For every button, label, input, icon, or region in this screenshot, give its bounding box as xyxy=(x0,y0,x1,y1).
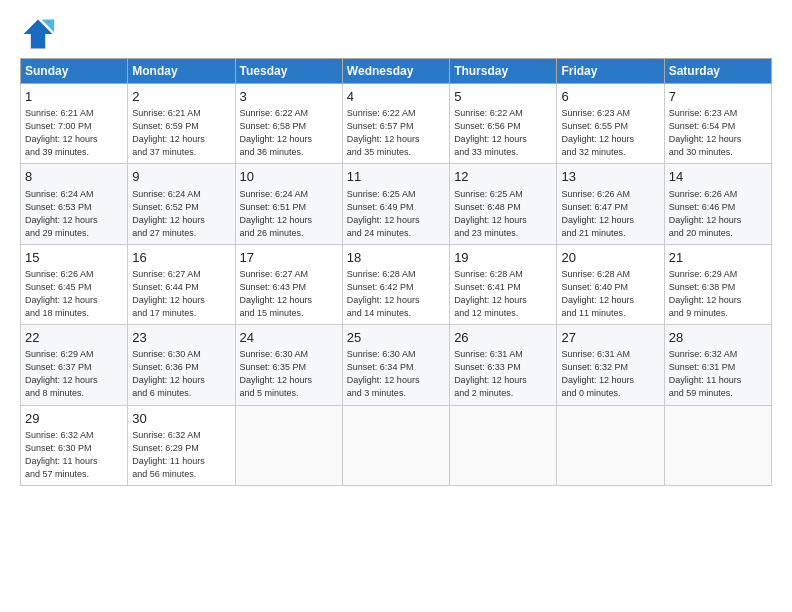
day-info: Sunrise: 6:24 AM Sunset: 6:52 PM Dayligh… xyxy=(132,188,230,240)
day-info: Sunrise: 6:29 AM Sunset: 6:37 PM Dayligh… xyxy=(25,348,123,400)
day-number: 15 xyxy=(25,249,123,267)
day-info: Sunrise: 6:32 AM Sunset: 6:29 PM Dayligh… xyxy=(132,429,230,481)
day-number: 23 xyxy=(132,329,230,347)
day-cell xyxy=(235,405,342,485)
logo-icon xyxy=(20,16,56,52)
col-header-thursday: Thursday xyxy=(450,59,557,84)
day-cell: 9Sunrise: 6:24 AM Sunset: 6:52 PM Daylig… xyxy=(128,164,235,244)
logo xyxy=(20,16,60,52)
calendar-table: SundayMondayTuesdayWednesdayThursdayFrid… xyxy=(20,58,772,486)
day-info: Sunrise: 6:25 AM Sunset: 6:48 PM Dayligh… xyxy=(454,188,552,240)
day-info: Sunrise: 6:28 AM Sunset: 6:41 PM Dayligh… xyxy=(454,268,552,320)
day-cell xyxy=(450,405,557,485)
day-number: 17 xyxy=(240,249,338,267)
day-cell: 22Sunrise: 6:29 AM Sunset: 6:37 PM Dayli… xyxy=(21,325,128,405)
day-info: Sunrise: 6:21 AM Sunset: 7:00 PM Dayligh… xyxy=(25,107,123,159)
col-header-friday: Friday xyxy=(557,59,664,84)
header xyxy=(20,16,772,52)
day-cell: 17Sunrise: 6:27 AM Sunset: 6:43 PM Dayli… xyxy=(235,244,342,324)
day-number: 28 xyxy=(669,329,767,347)
day-cell: 7Sunrise: 6:23 AM Sunset: 6:54 PM Daylig… xyxy=(664,84,771,164)
day-cell: 13Sunrise: 6:26 AM Sunset: 6:47 PM Dayli… xyxy=(557,164,664,244)
day-number: 25 xyxy=(347,329,445,347)
col-header-saturday: Saturday xyxy=(664,59,771,84)
day-info: Sunrise: 6:24 AM Sunset: 6:51 PM Dayligh… xyxy=(240,188,338,240)
day-info: Sunrise: 6:32 AM Sunset: 6:30 PM Dayligh… xyxy=(25,429,123,481)
day-cell: 5Sunrise: 6:22 AM Sunset: 6:56 PM Daylig… xyxy=(450,84,557,164)
day-cell: 30Sunrise: 6:32 AM Sunset: 6:29 PM Dayli… xyxy=(128,405,235,485)
day-cell: 28Sunrise: 6:32 AM Sunset: 6:31 PM Dayli… xyxy=(664,325,771,405)
day-info: Sunrise: 6:27 AM Sunset: 6:44 PM Dayligh… xyxy=(132,268,230,320)
day-info: Sunrise: 6:28 AM Sunset: 6:40 PM Dayligh… xyxy=(561,268,659,320)
day-cell: 25Sunrise: 6:30 AM Sunset: 6:34 PM Dayli… xyxy=(342,325,449,405)
day-info: Sunrise: 6:21 AM Sunset: 6:59 PM Dayligh… xyxy=(132,107,230,159)
col-header-monday: Monday xyxy=(128,59,235,84)
col-header-wednesday: Wednesday xyxy=(342,59,449,84)
day-cell: 20Sunrise: 6:28 AM Sunset: 6:40 PM Dayli… xyxy=(557,244,664,324)
day-info: Sunrise: 6:27 AM Sunset: 6:43 PM Dayligh… xyxy=(240,268,338,320)
day-info: Sunrise: 6:31 AM Sunset: 6:32 PM Dayligh… xyxy=(561,348,659,400)
day-number: 13 xyxy=(561,168,659,186)
day-info: Sunrise: 6:22 AM Sunset: 6:57 PM Dayligh… xyxy=(347,107,445,159)
day-number: 12 xyxy=(454,168,552,186)
day-number: 14 xyxy=(669,168,767,186)
day-info: Sunrise: 6:29 AM Sunset: 6:38 PM Dayligh… xyxy=(669,268,767,320)
day-cell: 3Sunrise: 6:22 AM Sunset: 6:58 PM Daylig… xyxy=(235,84,342,164)
day-number: 9 xyxy=(132,168,230,186)
day-cell: 19Sunrise: 6:28 AM Sunset: 6:41 PM Dayli… xyxy=(450,244,557,324)
day-cell: 18Sunrise: 6:28 AM Sunset: 6:42 PM Dayli… xyxy=(342,244,449,324)
day-info: Sunrise: 6:30 AM Sunset: 6:35 PM Dayligh… xyxy=(240,348,338,400)
day-cell: 24Sunrise: 6:30 AM Sunset: 6:35 PM Dayli… xyxy=(235,325,342,405)
day-cell: 26Sunrise: 6:31 AM Sunset: 6:33 PM Dayli… xyxy=(450,325,557,405)
day-number: 27 xyxy=(561,329,659,347)
day-number: 2 xyxy=(132,88,230,106)
day-number: 19 xyxy=(454,249,552,267)
day-number: 29 xyxy=(25,410,123,428)
day-info: Sunrise: 6:23 AM Sunset: 6:54 PM Dayligh… xyxy=(669,107,767,159)
day-number: 6 xyxy=(561,88,659,106)
page: SundayMondayTuesdayWednesdayThursdayFrid… xyxy=(0,0,792,496)
week-row-4: 22Sunrise: 6:29 AM Sunset: 6:37 PM Dayli… xyxy=(21,325,772,405)
col-header-tuesday: Tuesday xyxy=(235,59,342,84)
day-cell: 10Sunrise: 6:24 AM Sunset: 6:51 PM Dayli… xyxy=(235,164,342,244)
day-number: 18 xyxy=(347,249,445,267)
col-header-sunday: Sunday xyxy=(21,59,128,84)
day-info: Sunrise: 6:32 AM Sunset: 6:31 PM Dayligh… xyxy=(669,348,767,400)
day-info: Sunrise: 6:31 AM Sunset: 6:33 PM Dayligh… xyxy=(454,348,552,400)
day-number: 22 xyxy=(25,329,123,347)
day-info: Sunrise: 6:24 AM Sunset: 6:53 PM Dayligh… xyxy=(25,188,123,240)
day-number: 8 xyxy=(25,168,123,186)
day-number: 26 xyxy=(454,329,552,347)
day-info: Sunrise: 6:22 AM Sunset: 6:56 PM Dayligh… xyxy=(454,107,552,159)
day-cell xyxy=(664,405,771,485)
day-cell: 12Sunrise: 6:25 AM Sunset: 6:48 PM Dayli… xyxy=(450,164,557,244)
day-cell: 11Sunrise: 6:25 AM Sunset: 6:49 PM Dayli… xyxy=(342,164,449,244)
day-cell: 21Sunrise: 6:29 AM Sunset: 6:38 PM Dayli… xyxy=(664,244,771,324)
day-number: 24 xyxy=(240,329,338,347)
day-info: Sunrise: 6:25 AM Sunset: 6:49 PM Dayligh… xyxy=(347,188,445,240)
day-number: 1 xyxy=(25,88,123,106)
day-number: 20 xyxy=(561,249,659,267)
day-cell: 6Sunrise: 6:23 AM Sunset: 6:55 PM Daylig… xyxy=(557,84,664,164)
day-number: 7 xyxy=(669,88,767,106)
day-info: Sunrise: 6:23 AM Sunset: 6:55 PM Dayligh… xyxy=(561,107,659,159)
day-cell: 16Sunrise: 6:27 AM Sunset: 6:44 PM Dayli… xyxy=(128,244,235,324)
day-cell: 2Sunrise: 6:21 AM Sunset: 6:59 PM Daylig… xyxy=(128,84,235,164)
day-number: 11 xyxy=(347,168,445,186)
day-cell: 27Sunrise: 6:31 AM Sunset: 6:32 PM Dayli… xyxy=(557,325,664,405)
day-info: Sunrise: 6:22 AM Sunset: 6:58 PM Dayligh… xyxy=(240,107,338,159)
day-cell: 1Sunrise: 6:21 AM Sunset: 7:00 PM Daylig… xyxy=(21,84,128,164)
day-cell: 29Sunrise: 6:32 AM Sunset: 6:30 PM Dayli… xyxy=(21,405,128,485)
day-number: 3 xyxy=(240,88,338,106)
day-cell: 8Sunrise: 6:24 AM Sunset: 6:53 PM Daylig… xyxy=(21,164,128,244)
week-row-3: 15Sunrise: 6:26 AM Sunset: 6:45 PM Dayli… xyxy=(21,244,772,324)
day-info: Sunrise: 6:26 AM Sunset: 6:47 PM Dayligh… xyxy=(561,188,659,240)
day-info: Sunrise: 6:30 AM Sunset: 6:34 PM Dayligh… xyxy=(347,348,445,400)
day-info: Sunrise: 6:30 AM Sunset: 6:36 PM Dayligh… xyxy=(132,348,230,400)
day-cell: 4Sunrise: 6:22 AM Sunset: 6:57 PM Daylig… xyxy=(342,84,449,164)
day-info: Sunrise: 6:28 AM Sunset: 6:42 PM Dayligh… xyxy=(347,268,445,320)
day-cell xyxy=(342,405,449,485)
day-number: 16 xyxy=(132,249,230,267)
day-number: 4 xyxy=(347,88,445,106)
day-cell: 15Sunrise: 6:26 AM Sunset: 6:45 PM Dayli… xyxy=(21,244,128,324)
